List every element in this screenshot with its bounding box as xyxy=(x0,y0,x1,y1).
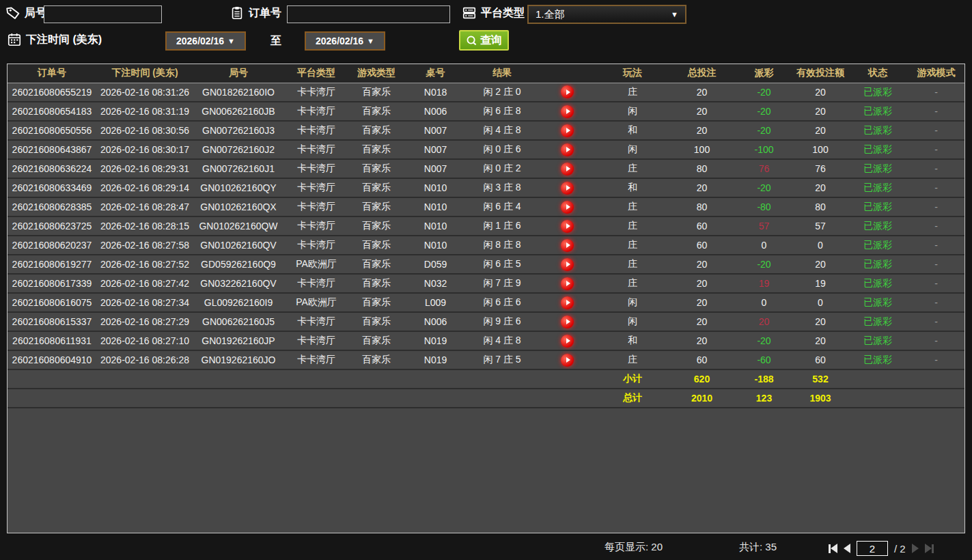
cell-game_mode: - xyxy=(906,83,965,102)
summary-label: 小计 xyxy=(598,369,667,389)
page-number-input[interactable] xyxy=(857,541,888,556)
summary-empty-cell xyxy=(283,389,349,408)
cell-play_type: 和 xyxy=(598,178,667,197)
prev-page-button[interactable] xyxy=(844,544,850,553)
play-icon xyxy=(566,242,570,248)
cell-bet_time: 2026-02-16 08:30:56 xyxy=(96,121,193,140)
replay-button[interactable] xyxy=(561,220,574,233)
replay-button[interactable] xyxy=(561,354,574,367)
play-icon xyxy=(566,147,570,152)
clipboard-icon xyxy=(230,5,245,20)
first-page-button[interactable] xyxy=(829,544,837,553)
cell-table_no: D059 xyxy=(404,255,467,274)
cell-game_mode: - xyxy=(906,274,965,293)
play-icon xyxy=(566,166,570,171)
cell-table_no: N018 xyxy=(404,83,467,102)
replay-button[interactable] xyxy=(561,143,574,156)
cell-result: 闲 6 庄 6 xyxy=(467,293,537,312)
bet-time-filter: 下注时间 (美东) xyxy=(7,32,102,47)
next-page-button[interactable] xyxy=(912,544,919,553)
cell-platform: 卡卡湾厅 xyxy=(283,331,349,350)
replay-button[interactable] xyxy=(561,163,574,176)
cell-payout: -20 xyxy=(736,121,792,140)
cell-order_no: 260216080616075 xyxy=(8,293,96,312)
date-range-to-label: 至 xyxy=(270,34,281,48)
platform-type-select[interactable]: 1.全部 ▼ xyxy=(527,5,686,24)
cell-round_no: GN032262160QV xyxy=(193,274,283,293)
cell-total_bet: 20 xyxy=(667,274,736,293)
col-header-play_type: 玩法 xyxy=(598,64,667,83)
replay-button[interactable] xyxy=(561,277,574,290)
cell-replay xyxy=(537,159,598,178)
cell-platform: 卡卡湾厅 xyxy=(283,236,349,255)
cell-bet_time: 2026-02-16 08:28:47 xyxy=(96,197,193,216)
table-row: 2602160806283852026-02-16 08:28:47GN0102… xyxy=(8,197,965,216)
cell-status: 已派彩 xyxy=(849,197,906,216)
cell-result: 闲 1 庄 6 xyxy=(467,216,537,236)
platform-type-value: 1.全部 xyxy=(536,8,565,21)
cell-platform: 卡卡湾厅 xyxy=(283,350,349,369)
cell-result: 闲 0 庄 6 xyxy=(467,140,537,159)
cell-replay xyxy=(537,121,598,140)
cell-play_type: 闲 xyxy=(598,312,667,331)
summary-empty-cell xyxy=(849,369,906,389)
col-header-result: 结果 xyxy=(467,64,537,83)
cell-game_type: 百家乐 xyxy=(349,140,404,159)
cell-play_type: 庄 xyxy=(598,274,667,293)
search-icon xyxy=(466,35,477,46)
replay-button[interactable] xyxy=(561,258,574,271)
replay-button[interactable] xyxy=(561,182,574,195)
round-no-input[interactable] xyxy=(44,5,162,23)
page-count-label: / 2 xyxy=(894,543,906,555)
order-no-input[interactable] xyxy=(287,5,450,23)
cell-payout: 57 xyxy=(736,216,792,236)
play-icon xyxy=(566,204,570,210)
cell-table_no: N019 xyxy=(404,331,467,350)
table-row: 2602160806049102026-02-16 08:26:28GN0192… xyxy=(8,350,965,369)
play-icon xyxy=(566,357,570,363)
cell-round_no: GN010262160QX xyxy=(193,197,283,216)
subtotal-row: 小计620-188532 xyxy=(8,369,965,389)
summary-empty-cell xyxy=(404,369,467,389)
search-button[interactable]: 查询 xyxy=(459,30,509,51)
calendar-icon xyxy=(7,32,22,47)
cell-valid_bet: 20 xyxy=(792,83,849,102)
cell-table_no: N006 xyxy=(404,102,467,121)
cell-payout: -80 xyxy=(736,197,792,216)
cell-table_no: N010 xyxy=(404,216,467,236)
summary-empty-cell xyxy=(8,369,96,389)
replay-button[interactable] xyxy=(561,124,574,137)
cell-game_mode: - xyxy=(906,140,965,159)
cell-round_no: GN007262160J3 xyxy=(193,121,283,140)
cell-replay xyxy=(537,102,598,121)
cell-bet_time: 2026-02-16 08:27:34 xyxy=(96,293,193,312)
last-page-button[interactable] xyxy=(925,544,934,553)
cell-result: 闲 2 庄 0 xyxy=(467,83,537,102)
summary-total-bet: 2010 xyxy=(667,389,736,408)
cell-game_mode: - xyxy=(906,178,965,197)
replay-button[interactable] xyxy=(561,239,574,252)
replay-button[interactable] xyxy=(561,316,574,328)
replay-button[interactable] xyxy=(561,105,574,118)
bet-records-table: 订单号下注时间 (美东)局号平台类型游戏类型桌号结果玩法总投注派彩有效投注额状态… xyxy=(7,64,965,533)
cell-status: 已派彩 xyxy=(849,216,906,236)
cell-platform: PA欧洲厅 xyxy=(283,293,349,312)
cell-round_no: GN018262160IO xyxy=(193,83,283,102)
cell-valid_bet: 20 xyxy=(792,178,849,197)
replay-button[interactable] xyxy=(561,201,574,214)
play-icon xyxy=(566,128,570,133)
cell-round_no: GN019262160JO xyxy=(193,350,283,369)
date-to-picker[interactable]: 2026/02/16 ▼ xyxy=(305,31,385,51)
cell-valid_bet: 0 xyxy=(792,236,849,255)
replay-button[interactable] xyxy=(561,296,574,309)
cell-order_no: 260216080643867 xyxy=(8,140,96,159)
cell-status: 已派彩 xyxy=(849,83,906,102)
cell-game_type: 百家乐 xyxy=(349,274,404,293)
table-row: 2602160806119312026-02-16 08:27:10GN0192… xyxy=(8,331,965,350)
date-from-picker[interactable]: 2026/02/16 ▼ xyxy=(165,31,246,51)
chevron-down-icon: ▼ xyxy=(671,10,678,18)
cell-status: 已派彩 xyxy=(849,350,906,369)
cell-payout: -100 xyxy=(736,140,792,159)
replay-button[interactable] xyxy=(561,335,574,348)
replay-button[interactable] xyxy=(561,85,574,98)
